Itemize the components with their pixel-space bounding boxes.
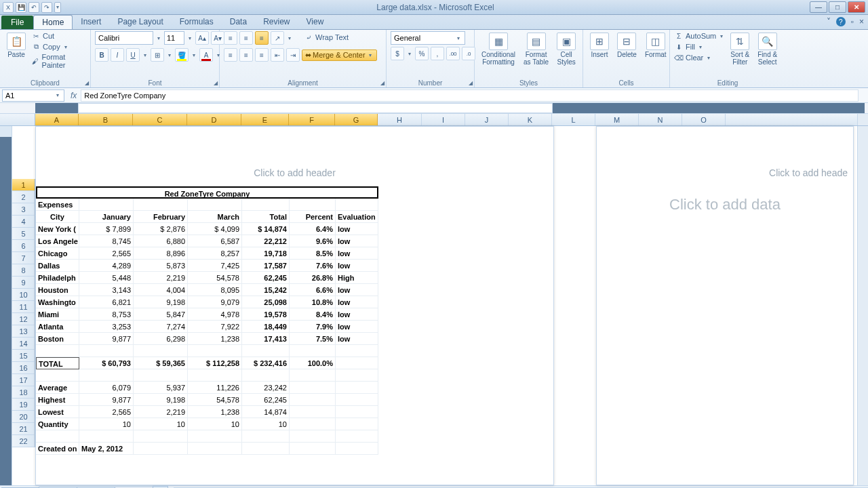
alignment-launcher-icon[interactable]: ◢ <box>380 80 384 86</box>
tab-home[interactable]: Home <box>33 15 73 29</box>
bold-button[interactable]: B <box>95 48 108 62</box>
grow-font-icon[interactable]: A▴ <box>195 31 209 45</box>
copy-button[interactable]: ⧉Copy▾ <box>31 42 86 52</box>
header-placeholder-2[interactable]: Click to add heade <box>597 167 853 178</box>
formula-input[interactable]: Red ZoneTyre Company <box>81 89 859 102</box>
excel-icon[interactable]: X <box>3 2 14 13</box>
column-header-O[interactable]: O <box>682 114 726 125</box>
delete-button[interactable]: ⊟Delete <box>614 31 639 60</box>
paste-button[interactable]: 📋 Paste <box>4 31 28 60</box>
window-close-icon[interactable]: × <box>859 17 864 26</box>
row-header-15[interactable]: 15 <box>12 350 35 362</box>
column-header-B[interactable]: B <box>79 114 133 125</box>
tab-insert[interactable]: Insert <box>73 15 109 29</box>
fill-button[interactable]: ⬇Fill▾ <box>674 42 725 52</box>
italic-button[interactable]: I <box>111 48 124 62</box>
column-header-N[interactable]: N <box>639 114 682 125</box>
autosum-button[interactable]: ΣAutoSum▾ <box>674 31 725 41</box>
align-middle-icon[interactable]: ≡ <box>239 31 253 45</box>
format-button[interactable]: ◫Format <box>642 31 669 60</box>
wrap-text-button[interactable]: ⤶Wrap Text <box>304 33 349 42</box>
align-center-icon[interactable]: ≡ <box>239 48 253 62</box>
row-header-5[interactable]: 5 <box>12 228 35 240</box>
file-tab[interactable]: File <box>1 16 33 29</box>
font-color-button[interactable]: A <box>199 48 213 62</box>
comma-icon[interactable]: , <box>431 47 444 60</box>
cell-styles-button[interactable]: ▣Cell Styles <box>554 31 578 67</box>
align-top-icon[interactable]: ≡ <box>224 31 237 45</box>
close-button[interactable]: ✕ <box>848 1 865 13</box>
row-header-21[interactable]: 21 <box>12 423 35 435</box>
column-header-A[interactable]: A <box>35 114 79 125</box>
undo-icon[interactable]: ↶ <box>28 2 39 13</box>
percent-icon[interactable]: % <box>415 47 429 60</box>
row-header-16[interactable]: 16 <box>12 362 35 374</box>
select-all-corner[interactable] <box>0 114 35 125</box>
sort-filter-button[interactable]: ⇅Sort & Filter <box>728 31 752 67</box>
help-icon[interactable]: ? <box>836 17 846 26</box>
row-header-12[interactable]: 12 <box>12 313 35 325</box>
insert-button[interactable]: ⊞Insert <box>587 31 612 60</box>
column-header-M[interactable]: M <box>595 114 639 125</box>
font-name-input[interactable] <box>95 31 153 45</box>
tab-view[interactable]: View <box>298 15 332 29</box>
tab-formulas[interactable]: Formulas <box>172 15 222 29</box>
increase-indent-icon[interactable]: ⇥ <box>286 48 300 62</box>
row-header-3[interactable]: 3 <box>12 203 35 216</box>
orientation-icon[interactable]: ↗ <box>271 31 284 45</box>
column-header-C[interactable]: C <box>133 114 187 125</box>
vertical-scrollbar[interactable] <box>857 126 868 485</box>
row-header-2[interactable]: 2 <box>12 191 35 203</box>
name-box[interactable]: A1▾ <box>2 89 64 102</box>
row-header-6[interactable]: 6 <box>12 240 35 252</box>
row-header-20[interactable]: 20 <box>12 411 35 423</box>
cut-button[interactable]: ✂Cut <box>31 31 86 41</box>
column-header-D[interactable]: D <box>187 114 241 125</box>
decrease-indent-icon[interactable]: ⇤ <box>271 48 284 62</box>
column-header-K[interactable]: K <box>509 114 552 125</box>
align-left-icon[interactable]: ≡ <box>224 48 237 62</box>
fill-color-button[interactable]: 🪣 <box>175 48 189 62</box>
column-header-L[interactable]: L <box>552 114 595 125</box>
row-header-8[interactable]: 8 <box>12 264 35 277</box>
number-format-dropdown[interactable]: General▾ <box>391 31 465 45</box>
data-placeholder[interactable]: Click to add data <box>597 196 853 214</box>
column-header-G[interactable]: G <box>335 114 378 125</box>
row-header-1[interactable]: 1 <box>12 179 35 191</box>
row-header-4[interactable]: 4 <box>12 216 35 228</box>
cell-grid[interactable]: Red ZoneTyre CompanyExpensesCityJanuaryF… <box>36 186 553 455</box>
row-header-22[interactable]: 22 <box>12 435 35 447</box>
tab-review[interactable]: Review <box>255 15 298 29</box>
number-launcher-icon[interactable]: ◢ <box>469 80 473 86</box>
row-header-7[interactable]: 7 <box>12 252 35 264</box>
conditional-formatting-button[interactable]: ▦Conditional Formatting <box>479 31 518 67</box>
column-header-I[interactable]: I <box>422 114 465 125</box>
row-header-9[interactable]: 9 <box>12 277 35 289</box>
currency-icon[interactable]: $ <box>391 47 404 60</box>
underline-button[interactable]: U <box>126 48 140 62</box>
decrease-decimal-icon[interactable]: .0 <box>462 47 475 60</box>
save-icon[interactable]: 💾 <box>16 2 26 13</box>
row-header-10[interactable]: 10 <box>12 289 35 301</box>
borders-button[interactable]: ⊞ <box>151 48 164 62</box>
row-header-11[interactable]: 11 <box>12 301 35 313</box>
redo-icon[interactable]: ↷ <box>41 2 52 13</box>
format-as-table-button[interactable]: ▤Format as Table <box>521 31 551 67</box>
align-right-icon[interactable]: ≡ <box>255 48 269 62</box>
font-launcher-icon[interactable]: ◢ <box>214 80 218 86</box>
find-select-button[interactable]: 🔍Find & Select <box>755 31 780 67</box>
column-header-E[interactable]: E <box>241 114 289 125</box>
minimize-ribbon-icon[interactable]: ˅ <box>827 17 831 26</box>
column-header-H[interactable]: H <box>378 114 422 125</box>
row-header-17[interactable]: 17 <box>12 374 35 386</box>
qat-dropdown-icon[interactable]: ▾ <box>54 2 61 13</box>
header-placeholder[interactable]: Click to add header <box>36 167 553 178</box>
row-header-19[interactable]: 19 <box>12 399 35 411</box>
window-restore-icon[interactable]: ▫ <box>851 17 854 26</box>
column-header-J[interactable]: J <box>465 114 509 125</box>
align-bottom-icon[interactable]: ≡ <box>255 31 269 45</box>
clipboard-launcher-icon[interactable]: ◢ <box>85 80 89 86</box>
row-header-13[interactable]: 13 <box>12 325 35 338</box>
tab-data[interactable]: Data <box>222 15 255 29</box>
clear-button[interactable]: ⌫Clear▾ <box>674 53 725 62</box>
